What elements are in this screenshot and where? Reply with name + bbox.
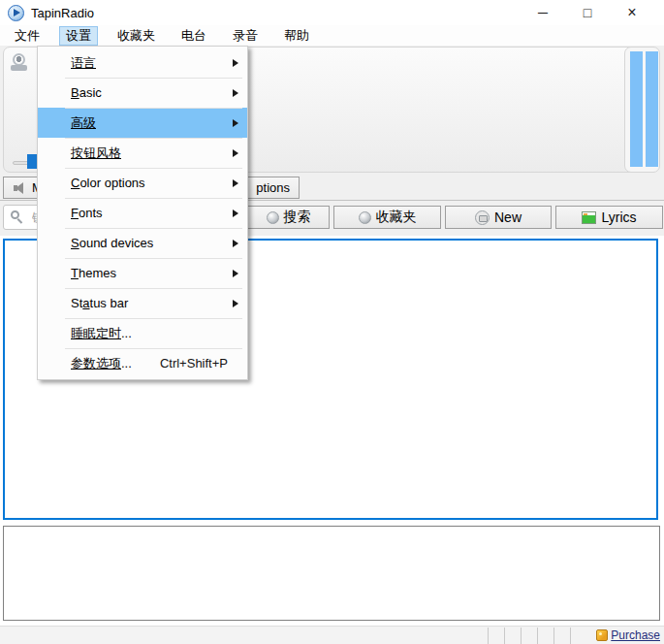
details-panel: [3, 526, 660, 621]
menu-item-language[interactable]: 语言: [38, 48, 247, 78]
lyrics-button-label: Lyrics: [601, 209, 636, 225]
menubar-file[interactable]: 文件: [8, 26, 47, 46]
menu-item-basic[interactable]: Basic: [38, 78, 247, 108]
submenu-arrow-icon: [233, 179, 238, 187]
window-title: TapinRadio: [31, 6, 94, 20]
radio-icon: [10, 52, 29, 72]
app-logo-icon: [8, 5, 24, 21]
menu-item-advanced[interactable]: 高级: [38, 108, 247, 138]
minimize-button[interactable]: ─: [521, 0, 565, 25]
maximize-button[interactable]: □: [565, 0, 610, 25]
vu-meter-bar-left: [630, 51, 643, 167]
submenu-arrow-icon: [233, 240, 238, 247]
options-button-label: ptions: [256, 180, 290, 195]
statusbar-cell: [553, 628, 570, 644]
statusbar-cell: [521, 628, 537, 644]
close-button[interactable]: ×: [610, 0, 654, 25]
menubar-help[interactable]: 帮助: [277, 26, 316, 46]
menu-item-status-bar[interactable]: Status bar: [38, 288, 247, 318]
purchase-section: Purchase: [586, 628, 664, 644]
search-button[interactable]: 搜索: [247, 206, 330, 229]
menu-item-color-options[interactable]: Color options: [38, 168, 247, 198]
purchase-link[interactable]: Purchase: [611, 628, 660, 642]
menubar-station[interactable]: 电台: [174, 26, 213, 46]
menu-item-preferences[interactable]: 参数选项... Ctrl+Shift+P: [38, 348, 247, 378]
submenu-arrow-icon: [233, 209, 238, 217]
menu-item-sleep-timer[interactable]: 睡眠定时...: [38, 318, 247, 348]
statusbar-cell: [488, 628, 504, 644]
status-bar: Purchase: [0, 626, 664, 644]
search-button-label: 搜索: [284, 209, 311, 226]
menubar-settings[interactable]: 设置: [59, 26, 98, 46]
new-radio-icon: [475, 210, 490, 225]
statusbar-cell: [537, 628, 553, 644]
settings-dropdown-menu: 语言 Basic 高级 按钮风格 Color options Fonts Sou…: [37, 46, 248, 380]
submenu-arrow-icon: [233, 300, 238, 307]
title-bar: TapinRadio ─ □ ×: [0, 0, 664, 25]
new-button[interactable]: New: [445, 206, 552, 229]
submenu-arrow-icon: [233, 89, 238, 97]
search-icon: [11, 210, 24, 224]
lyrics-icon: [582, 211, 596, 224]
menu-item-fonts[interactable]: Fonts: [38, 198, 247, 228]
menu-item-themes[interactable]: Themes: [38, 258, 247, 288]
favorites-button[interactable]: 收藏夹: [333, 206, 441, 229]
new-button-label: New: [494, 209, 522, 225]
window-controls: ─ □ ×: [521, 0, 654, 25]
menu-bar: 文件 设置 收藏夹 电台 录音 帮助: [0, 25, 664, 46]
search-sphere-icon: [267, 211, 279, 224]
menu-shortcut: Ctrl+Shift+P: [160, 356, 228, 370]
submenu-arrow-icon: [233, 149, 238, 157]
favorites-sphere-icon: [359, 211, 371, 224]
lyrics-button[interactable]: Lyrics: [555, 206, 663, 229]
menu-item-button-style[interactable]: 按钮风格: [38, 138, 247, 168]
submenu-arrow-icon: [233, 59, 238, 67]
submenu-arrow-icon: [233, 270, 238, 277]
statusbar-cell: [570, 628, 586, 644]
menubar-record[interactable]: 录音: [226, 26, 265, 46]
statusbar-cell: [504, 628, 521, 644]
vu-meter-bar-right: [646, 51, 658, 167]
speaker-icon: [14, 182, 26, 194]
menu-item-sound-devices[interactable]: Sound devices: [38, 228, 247, 258]
menubar-favorites[interactable]: 收藏夹: [111, 26, 162, 46]
favorites-button-label: 收藏夹: [376, 209, 417, 226]
submenu-arrow-icon: [233, 119, 238, 127]
purchase-icon: [596, 629, 608, 641]
